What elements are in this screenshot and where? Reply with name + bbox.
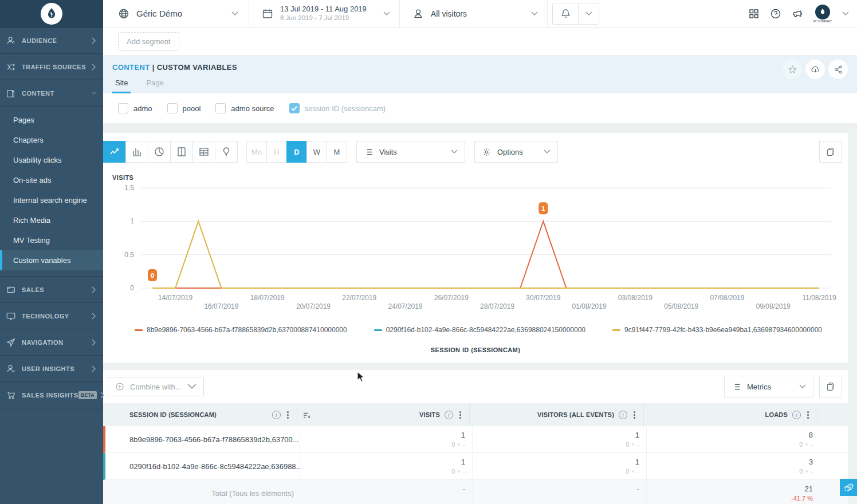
granularity-day-button[interactable]: D (286, 141, 307, 163)
chevron-down-icon (92, 90, 96, 97)
tab-site[interactable]: Site (112, 75, 131, 93)
options-dropdown[interactable]: Options (474, 141, 558, 163)
sidebar-section-label: AUDIENCE (22, 37, 92, 44)
help-icon[interactable] (770, 8, 781, 19)
sidebar-item-traffic-sources[interactable]: TRAFFIC SOURCES (0, 54, 103, 80)
kebab-menu-icon[interactable] (804, 410, 811, 419)
visits-line-chart[interactable]: 00.511.514/07/201916/07/201918/07/201920… (103, 182, 839, 317)
pie-chart-button[interactable] (148, 141, 171, 163)
bar-chart-button[interactable] (125, 141, 148, 163)
chart-export-icon[interactable] (819, 141, 842, 163)
checkbox-poool[interactable]: poool (167, 103, 201, 113)
comparison-dot-icon (632, 470, 634, 472)
chart-type-group (103, 141, 238, 163)
table-export-icon[interactable] (819, 376, 842, 397)
legend-item-series-3[interactable]: 9c91f447-7799-42fc-b433-b9e6ea949ba1,636… (612, 326, 822, 334)
combine-with-button[interactable]: Combine with... (108, 377, 204, 396)
chevron-right-icon (92, 339, 96, 346)
checkbox-label: session ID (sessioncam) (305, 104, 386, 113)
total-loads-variation: -41.7 % (791, 494, 813, 502)
row-session-id[interactable]: 8b9e9896-7063-4566-b67a-f78865839d2b,637… (105, 426, 300, 452)
legend-swatch (374, 329, 382, 331)
svg-text:1: 1 (541, 205, 545, 212)
chevron-down-icon[interactable] (842, 11, 849, 16)
share-icon[interactable] (828, 60, 848, 79)
table-view-button[interactable] (192, 141, 215, 163)
sidebar-item-sales[interactable]: SALES (0, 277, 103, 303)
kebab-menu-icon[interactable] (457, 410, 463, 419)
chevron-down-icon (544, 149, 551, 154)
trend-value: - (811, 467, 813, 475)
table-row[interactable]: 0290f16d-b102-4a9e-866c-8c59484222ae,636… (103, 453, 848, 480)
sidebar-item-pages[interactable]: Pages (0, 110, 103, 130)
sidebar-item-sales-insights[interactable]: SALES INSIGHTS BETA (0, 382, 103, 408)
sidebar-item-rich-media[interactable]: Rich Media (0, 210, 103, 230)
sidebar-item-audience[interactable]: AUDIENCE (0, 27, 103, 54)
table-row[interactable]: 8b9e9896-7063-4566-b67a-f78865839d2b,637… (103, 426, 848, 453)
app-logo[interactable] (0, 0, 103, 27)
checkbox-admo[interactable]: admo (118, 103, 152, 113)
notifications-bell-icon[interactable] (553, 3, 578, 24)
checkbox-icon (215, 103, 226, 113)
cell-loads: 8 0- (646, 426, 820, 452)
col-header-visits[interactable]: VISITS i (297, 403, 470, 426)
sort-icon[interactable] (303, 411, 310, 419)
sidebar-item-chapters[interactable]: Chapters (0, 130, 103, 150)
audience-icon (5, 35, 17, 46)
sidebar-item-content[interactable]: CONTENT (0, 80, 103, 107)
col-header-visitors-all-events[interactable]: VISITORS (ALL EVENTS) i (470, 403, 644, 426)
apps-grid-icon[interactable] (748, 8, 760, 19)
tab-page[interactable]: Page (143, 75, 166, 93)
sidebar-item-internal-search-engine[interactable]: Internal search engine (0, 190, 103, 210)
add-segment-button[interactable]: Add segment (118, 32, 179, 51)
sidebar-item-user-insights[interactable]: USER INSIGHTS (0, 356, 103, 382)
favorite-star-icon[interactable] (783, 60, 802, 79)
sidebar-item-technology[interactable]: TECHNOLOGY (0, 303, 103, 329)
notifications-chevron[interactable] (578, 3, 599, 24)
site-selector[interactable]: Géric Démo (103, 0, 249, 27)
legend-item-series-2[interactable]: 0290f16d-b102-4a9e-866c-8c59484222ae,636… (374, 326, 585, 334)
content-icon (5, 88, 17, 99)
checkbox-admo-source[interactable]: admo source (215, 103, 274, 113)
sidebar-item-on-site-ads[interactable]: On-site ads (0, 170, 103, 190)
trend-value: - (637, 440, 639, 448)
rocket-launch-button[interactable] (840, 479, 857, 496)
line-chart-button[interactable] (103, 141, 126, 163)
metrics-dropdown[interactable]: Metrics (724, 376, 813, 397)
row-session-id[interactable]: 0290f16d-b102-4a9e-866c-8c59484222ae,636… (105, 453, 300, 479)
granularity-hour-button[interactable]: H (266, 141, 287, 163)
sidebar-item-mv-testing[interactable]: MV Testing (0, 230, 103, 250)
info-icon[interactable]: i (445, 411, 453, 419)
granularity-minute-button[interactable]: Mn (246, 141, 267, 163)
sidebar-item-usability-clicks[interactable]: Usability clicks (0, 150, 103, 170)
sidebar-item-custom-variables[interactable]: Custom variables (0, 250, 103, 270)
download-cloud-icon[interactable] (805, 60, 825, 79)
comparison-dot-icon (458, 470, 460, 472)
account-menu[interactable]: AT INTERNET (813, 5, 832, 23)
checkbox-icon (118, 103, 128, 113)
visitor-segment-selector[interactable]: All visitors (400, 0, 548, 27)
granularity-week-button[interactable]: W (306, 141, 327, 163)
info-icon[interactable]: i (792, 411, 801, 419)
kebab-menu-icon[interactable] (631, 410, 638, 419)
granularity-month-button[interactable]: M (327, 141, 347, 163)
col-header-empty (817, 403, 848, 426)
kebab-menu-icon[interactable] (284, 410, 291, 419)
col-header-loads[interactable]: LOADS i (644, 403, 817, 426)
checkbox-session-id-sessioncam[interactable]: session ID (sessioncam) (289, 103, 386, 113)
col-header-session-id[interactable]: SESSION ID (SESSIONCAM) i (103, 403, 297, 426)
info-icon[interactable]: i (619, 411, 627, 419)
announcements-megaphone-icon[interactable] (792, 8, 803, 19)
stream-chart-button[interactable] (170, 141, 193, 163)
insight-bulb-button[interactable] (215, 141, 238, 163)
comparison-value: 0 (626, 440, 629, 448)
avatar (815, 5, 830, 19)
breadcrumb-section[interactable]: CONTENT (112, 63, 150, 72)
metric-dropdown[interactable]: Visits (356, 141, 465, 163)
topbar: Géric Démo 13 Jul 2019 - 11 Aug 2019 8 J… (103, 0, 857, 27)
legend-item-series-1[interactable]: 8b9e9896-7063-4566-b67a-f78865839d2b,637… (135, 326, 347, 334)
sidebar-item-navigation[interactable]: NAVIGATION (0, 329, 103, 356)
info-icon[interactable]: i (272, 411, 281, 419)
date-range-selector[interactable]: 13 Jul 2019 - 11 Aug 2019 8 Jun 2019 - 7… (249, 0, 400, 27)
cell-loads: 3 0- (646, 453, 820, 479)
